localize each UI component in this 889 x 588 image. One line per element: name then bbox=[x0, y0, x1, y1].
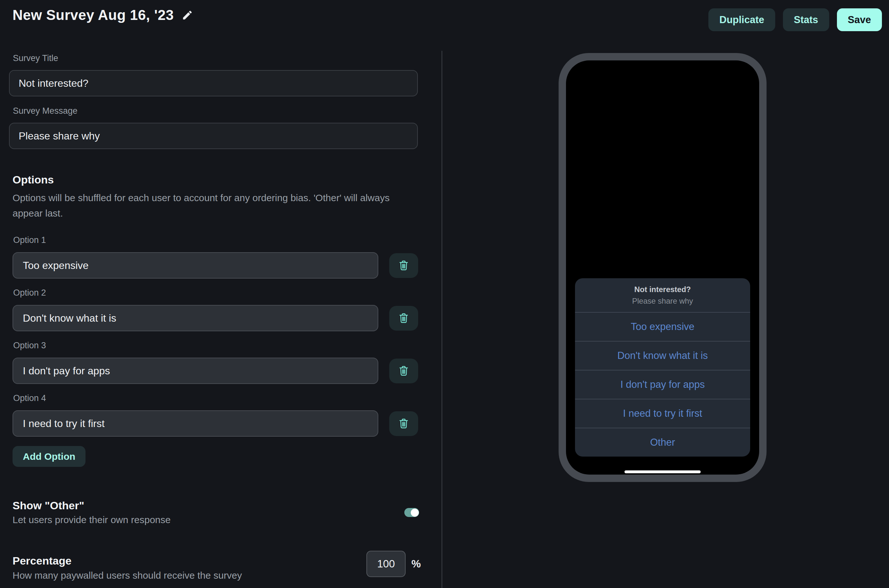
page-title: New Survey Aug 16, '23 bbox=[12, 7, 174, 23]
delete-option-button[interactable] bbox=[389, 358, 418, 383]
survey-message-label: Survey Message bbox=[13, 106, 77, 116]
show-other-heading: Show "Other" bbox=[12, 500, 84, 512]
option-input[interactable] bbox=[12, 305, 378, 331]
dialog-option: Don't know what it is bbox=[575, 341, 750, 370]
dialog-option: I don't pay for apps bbox=[575, 370, 750, 399]
dialog-header: Not interested? Please share why bbox=[575, 278, 750, 312]
survey-preview-dialog: Not interested? Please share why Too exp… bbox=[575, 278, 750, 457]
panel-divider bbox=[441, 51, 442, 588]
header: New Survey Aug 16, '23 bbox=[12, 7, 193, 23]
option-label: Option 1 bbox=[13, 235, 418, 245]
edit-pencil-icon[interactable] bbox=[182, 9, 193, 21]
options-description: Options will be shuffled for each user t… bbox=[12, 190, 408, 221]
phone-screen: Not interested? Please share why Too exp… bbox=[566, 60, 759, 475]
option-row: Option 1 bbox=[0, 235, 418, 279]
delete-option-button[interactable] bbox=[389, 411, 418, 436]
option-input[interactable] bbox=[12, 252, 378, 279]
percentage-heading: Percentage bbox=[12, 555, 71, 567]
survey-title-label: Survey Title bbox=[13, 53, 58, 63]
trash-icon bbox=[398, 259, 410, 272]
dialog-option: Other bbox=[575, 428, 750, 457]
option-row: Option 2 bbox=[0, 288, 418, 331]
option-input[interactable] bbox=[12, 358, 378, 384]
survey-title-input[interactable] bbox=[9, 70, 418, 96]
survey-message-input[interactable] bbox=[9, 123, 418, 149]
delete-option-button[interactable] bbox=[389, 253, 418, 278]
toggle-knob bbox=[411, 508, 419, 517]
trash-icon bbox=[398, 365, 410, 377]
dialog-option: I need to try it first bbox=[575, 399, 750, 428]
dialog-message: Please share why bbox=[632, 297, 693, 306]
option-label: Option 3 bbox=[13, 340, 418, 351]
delete-option-button[interactable] bbox=[389, 306, 418, 331]
add-option-button[interactable]: Add Option bbox=[12, 446, 86, 467]
show-other-subtitle: Let users provide their own response bbox=[12, 514, 171, 525]
stats-button[interactable]: Stats bbox=[783, 8, 829, 31]
save-button[interactable]: Save bbox=[837, 8, 882, 31]
dialog-title: Not interested? bbox=[634, 285, 691, 294]
option-row: Option 4 bbox=[0, 393, 418, 436]
percentage-input[interactable] bbox=[366, 551, 405, 577]
duplicate-button[interactable]: Duplicate bbox=[708, 8, 775, 31]
option-label: Option 4 bbox=[13, 393, 418, 403]
dialog-option: Too expensive bbox=[575, 312, 750, 341]
option-label: Option 2 bbox=[13, 288, 418, 298]
percent-sign: % bbox=[411, 558, 421, 570]
trash-icon bbox=[398, 417, 410, 430]
header-actions: Duplicate Stats Save bbox=[708, 8, 882, 31]
trash-icon bbox=[398, 312, 410, 324]
phone-frame: Not interested? Please share why Too exp… bbox=[559, 53, 767, 482]
options-heading: Options bbox=[12, 174, 54, 186]
home-indicator bbox=[625, 470, 701, 473]
percentage-subtitle: How many paywalled users should receive … bbox=[12, 570, 242, 581]
options-list: Option 1 Option 2 bbox=[0, 235, 418, 446]
show-other-toggle[interactable] bbox=[404, 508, 419, 517]
option-input[interactable] bbox=[12, 410, 378, 436]
option-row: Option 3 bbox=[0, 340, 418, 384]
